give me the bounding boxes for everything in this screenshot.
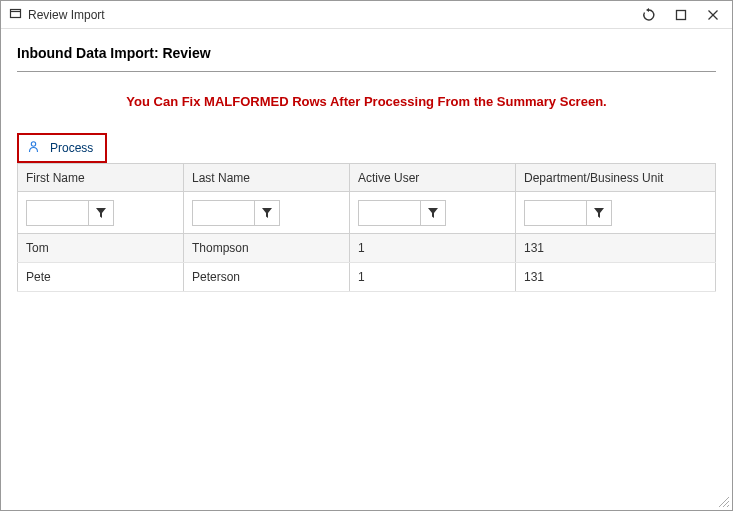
column-header-department[interactable]: Department/Business Unit — [516, 164, 716, 192]
maximize-button[interactable] — [672, 6, 690, 24]
filter-icon — [95, 207, 107, 219]
cell-department: 131 — [516, 263, 716, 292]
window-icon — [9, 7, 22, 23]
cell-last-name: Peterson — [184, 263, 350, 292]
titlebar-left: Review Import — [9, 7, 105, 23]
person-icon — [27, 140, 40, 156]
svg-point-5 — [31, 142, 35, 146]
page-title: Inbound Data Import: Review — [17, 45, 716, 61]
table-row[interactable]: Tom Thompson 1 131 — [18, 234, 716, 263]
column-header-last-name[interactable]: Last Name — [184, 164, 350, 192]
data-table: First Name Last Name Active User Departm… — [17, 163, 716, 292]
filter-button-active-user[interactable] — [420, 200, 446, 226]
svg-rect-0 — [11, 9, 21, 17]
column-header-first-name[interactable]: First Name — [18, 164, 184, 192]
cell-department: 131 — [516, 234, 716, 263]
divider — [17, 71, 716, 72]
content-area: Inbound Data Import: Review You Can Fix … — [1, 29, 732, 302]
filter-input-first-name[interactable] — [26, 200, 88, 226]
cell-first-name: Tom — [18, 234, 184, 263]
table-header-row: First Name Last Name Active User Departm… — [18, 164, 716, 192]
cell-first-name: Pete — [18, 263, 184, 292]
filter-button-department[interactable] — [586, 200, 612, 226]
filter-input-active-user[interactable] — [358, 200, 420, 226]
refresh-button[interactable] — [640, 6, 658, 24]
process-button[interactable]: Process — [19, 135, 105, 161]
filter-button-first-name[interactable] — [88, 200, 114, 226]
filter-row — [18, 192, 716, 234]
svg-line-8 — [727, 505, 729, 507]
titlebar: Review Import — [1, 1, 732, 29]
cell-last-name: Thompson — [184, 234, 350, 263]
window-title: Review Import — [28, 8, 105, 22]
table-row[interactable]: Pete Peterson 1 131 — [18, 263, 716, 292]
svg-rect-2 — [677, 10, 686, 19]
titlebar-controls — [640, 6, 722, 24]
filter-button-last-name[interactable] — [254, 200, 280, 226]
resize-grip[interactable] — [716, 494, 730, 508]
filter-icon — [261, 207, 273, 219]
filter-icon — [427, 207, 439, 219]
column-header-active-user[interactable]: Active User — [350, 164, 516, 192]
filter-input-last-name[interactable] — [192, 200, 254, 226]
process-highlight: Process — [17, 133, 107, 163]
close-button[interactable] — [704, 6, 722, 24]
filter-input-department[interactable] — [524, 200, 586, 226]
warning-message: You Can Fix MALFORMED Rows After Process… — [17, 94, 716, 109]
filter-icon — [593, 207, 605, 219]
process-label: Process — [50, 141, 93, 155]
cell-active-user: 1 — [350, 234, 516, 263]
cell-active-user: 1 — [350, 263, 516, 292]
